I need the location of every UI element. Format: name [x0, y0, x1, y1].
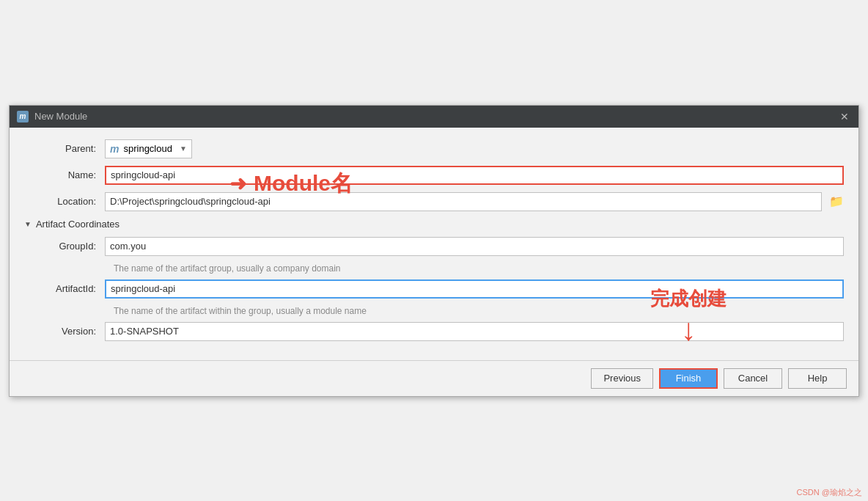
artifactid-hint: The name of the artifact within the grou…	[114, 306, 844, 316]
close-button[interactable]: ✕	[838, 110, 851, 123]
dialog-title: New Module	[34, 111, 87, 122]
csdn-watermark: CSDN @瑜焰之之	[797, 487, 862, 498]
artifactid-row: ArtifactId:	[24, 279, 844, 299]
version-row: Version:	[24, 322, 844, 341]
collapse-triangle-icon[interactable]: ▼	[24, 220, 32, 228]
help-button[interactable]: Help	[788, 368, 847, 389]
groupid-hint: The name of the artifact group, usually …	[114, 263, 844, 274]
groupid-input[interactable]	[105, 237, 844, 256]
finish-button[interactable]: Finish	[659, 368, 718, 389]
folder-icon[interactable]: 📁	[829, 194, 844, 208]
name-input[interactable]	[105, 166, 844, 185]
cancel-button[interactable]: Cancel	[724, 368, 782, 389]
version-input[interactable]	[105, 322, 844, 341]
dialog-body: Parent: m springcloud ▼ Name: ➜	[10, 128, 858, 360]
button-bar: Previous Finish Cancel Help	[10, 360, 858, 396]
dialog-icon: m	[17, 111, 29, 122]
parent-select[interactable]: m springcloud ▼	[105, 139, 192, 158]
title-bar: m New Module ✕	[10, 106, 858, 128]
artifactid-label: ArtifactId:	[24, 283, 105, 294]
name-label: Name:	[24, 169, 105, 180]
version-label: Version:	[24, 326, 105, 337]
artifactid-input[interactable]	[105, 279, 844, 299]
parent-label: Parent:	[24, 143, 105, 154]
parent-m-icon: m	[110, 143, 119, 155]
name-row: Name:	[24, 166, 844, 185]
dropdown-arrow-icon: ▼	[180, 145, 187, 153]
parent-value: springcloud	[123, 143, 172, 154]
new-module-dialog: m New Module ✕ Parent: m springcloud ▼	[9, 105, 859, 397]
parent-row: Parent: m springcloud ▼	[24, 139, 844, 158]
section-header-label: Artifact Coordinates	[36, 219, 119, 230]
groupid-row: GroupId:	[24, 237, 844, 256]
artifact-section-header: ▼ Artifact Coordinates	[24, 219, 844, 230]
previous-button[interactable]: Previous	[591, 368, 653, 389]
groupid-label: GroupId:	[24, 241, 105, 252]
location-row: Location: 📁	[24, 192, 844, 211]
location-label: Location:	[24, 196, 105, 207]
location-input[interactable]	[105, 192, 822, 211]
